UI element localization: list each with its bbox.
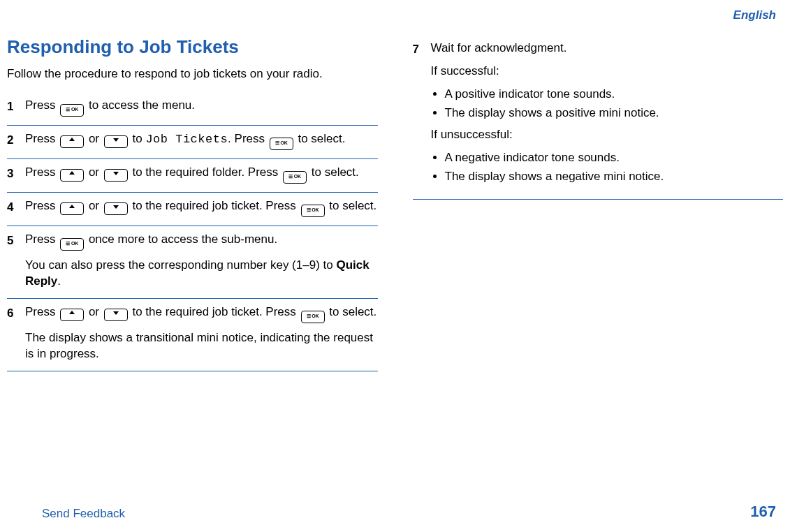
step-text: Press or to the required job ticket. Pre… [25,198,378,217]
step-number: 4 [7,198,25,216]
svg-marker-4 [69,205,75,208]
svg-marker-7 [113,311,119,315]
step-text: Press to access the menu. [25,98,378,117]
down-arrow-icon [104,135,128,148]
svg-marker-1 [113,138,119,142]
down-arrow-icon [104,202,128,215]
svg-marker-5 [113,205,119,209]
footer: Send Feedback 167 [42,503,776,521]
step-text: Press or to Job Tickets. Press to select… [25,131,378,150]
up-arrow-icon [60,202,84,215]
step-1: 1 Press to access the menu. [7,92,378,126]
send-feedback-link[interactable]: Send Feedback [42,507,125,521]
step-3: 3 Press or to the required folder. Press… [7,159,378,193]
ok-button-icon [301,205,325,217]
ok-button-icon [283,171,307,184]
step-number: 5 [7,232,25,249]
up-arrow-icon [60,309,84,321]
step-number: 3 [7,165,25,182]
list-item: A negative indicator tone sounds. [445,150,784,166]
language-label: English [733,8,776,22]
step-wait: Wait for acknowledgment. [431,40,784,57]
step-text: Press or to the required job ticket. Pre… [25,304,378,323]
list-item: The display shows a negative mini notice… [445,169,784,185]
success-label: If successful: [431,64,784,80]
down-arrow-icon [104,169,128,182]
step-text: Press or to the required folder. Press t… [25,165,378,184]
step-number: 1 [7,98,25,115]
step-7: 7 Wait for acknowledgment. If successful… [413,35,784,200]
fail-list: A negative indicator tone sounds. The di… [431,150,784,185]
list-item: The display shows a positive mini notice… [445,105,784,121]
step-4: 4 Press or to the required job ticket. P… [7,193,378,226]
svg-marker-2 [69,171,75,175]
success-list: A positive indicator tone sounds. The di… [431,87,784,121]
up-arrow-icon [60,135,84,148]
fail-label: If unsuccessful: [431,127,784,143]
step-extra: You can also press the corresponding num… [25,258,378,290]
content-columns: Responding to Job Tickets Follow the pro… [0,0,790,461]
menu-item-label: Job Tickets [145,133,228,146]
step-number: 7 [413,40,431,58]
step-5: 5 Press once more to access the sub-menu… [7,226,378,299]
svg-marker-3 [113,172,119,175]
step-extra: The display shows a transitional mini no… [25,330,378,362]
page-title: Responding to Job Tickets [7,35,378,59]
page-number: 167 [750,503,776,521]
step-6: 6 Press or to the required job ticket. P… [7,299,378,371]
svg-marker-0 [69,138,75,141]
step-2: 2 Press or to Job Tickets. Press to sele… [7,126,378,159]
down-arrow-icon [104,309,128,321]
step-number: 6 [7,304,25,322]
intro-text: Follow the procedure to respond to job t… [7,66,378,82]
ok-button-icon [301,311,325,323]
ok-button-icon [270,138,293,150]
ok-button-icon [60,104,84,117]
ok-button-icon [60,238,84,251]
svg-marker-6 [69,311,75,314]
step-number: 2 [7,131,25,149]
step-text: Press once more to access the sub-menu. [25,232,378,251]
list-item: A positive indicator tone sounds. [445,87,784,103]
up-arrow-icon [60,169,84,182]
